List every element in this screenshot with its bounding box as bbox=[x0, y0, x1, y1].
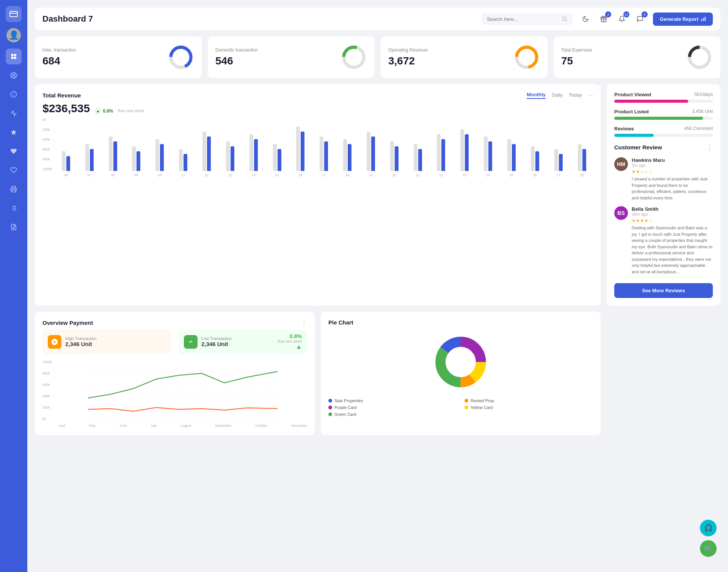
stat-card-operating-revenue: Operating Revenue 3,672 bbox=[381, 36, 548, 78]
line-chart-svg bbox=[58, 360, 307, 421]
bar-group-2 bbox=[102, 136, 124, 171]
x-label-6: 12 bbox=[196, 173, 218, 177]
messages-button[interactable]: 5 bbox=[633, 12, 647, 26]
bar-blue-22 bbox=[582, 149, 586, 171]
donut-chart-3 bbox=[686, 44, 713, 71]
pie-chart-wrap bbox=[328, 332, 593, 392]
sidebar-item-analytics[interactable] bbox=[6, 105, 22, 121]
x-axis-labels: 0607080910111213141516171819202122232425… bbox=[55, 173, 593, 177]
legend-rented-prop: Rented Prop bbox=[464, 398, 593, 403]
bar-gray-7 bbox=[226, 141, 230, 171]
svg-rect-4 bbox=[11, 57, 13, 59]
bar-chart-container: 1000k 800k 600k 400k 200k 0k 06070809101… bbox=[42, 118, 593, 177]
x-label-1: 07 bbox=[78, 173, 100, 177]
bar-blue-15 bbox=[418, 149, 422, 171]
x-label-15: 21 bbox=[406, 173, 429, 177]
bar-group-22 bbox=[571, 144, 593, 171]
legend-green-card: Green Card bbox=[328, 412, 457, 417]
revenue-tabs: Monthly Daily Today ··· bbox=[527, 92, 593, 99]
x-label-17: 23 bbox=[453, 173, 476, 177]
bar-group-9 bbox=[266, 144, 288, 171]
avatar[interactable]: 👤 bbox=[6, 28, 21, 42]
x-label-8: 14 bbox=[242, 173, 265, 177]
sidebar-logo[interactable] bbox=[6, 6, 22, 22]
x-label-11: 17 bbox=[313, 173, 335, 177]
bar-group-13 bbox=[360, 132, 382, 171]
review-stars-0: ★★☆☆☆ bbox=[632, 169, 713, 174]
floating-buttons: 🎧 🛒 bbox=[700, 520, 717, 557]
sidebar: 👤 bbox=[0, 0, 27, 572]
sidebar-item-list[interactable] bbox=[6, 200, 22, 216]
high-transaction-icon bbox=[48, 335, 61, 349]
review-more-icon[interactable]: ⋮ bbox=[706, 143, 713, 151]
donut-chart-2 bbox=[513, 44, 540, 71]
pie-chart-card: Pie Chart Sale Properties bbox=[321, 312, 601, 435]
tab-daily[interactable]: Daily bbox=[552, 92, 563, 99]
payment-more-icon[interactable]: ⋮ bbox=[301, 319, 307, 326]
bar-group-18 bbox=[477, 136, 499, 171]
x-label-10: 16 bbox=[289, 173, 312, 177]
bar-gray-16 bbox=[437, 134, 441, 171]
tab-today[interactable]: Today bbox=[569, 92, 582, 99]
pie-legend: Sale Properties Rented Prop Purple Card … bbox=[328, 398, 593, 417]
bar-blue-12 bbox=[348, 144, 351, 171]
legend-purple-card: Purple Card bbox=[328, 405, 457, 410]
sidebar-item-heart2[interactable] bbox=[6, 162, 22, 178]
x-label-7: 13 bbox=[219, 173, 241, 177]
bar-blue-13 bbox=[371, 136, 375, 171]
sidebar-item-docs[interactable] bbox=[6, 219, 22, 235]
bar-blue-8 bbox=[254, 139, 258, 171]
sidebar-item-favorites[interactable] bbox=[6, 124, 22, 140]
progress-bar-1 bbox=[614, 117, 713, 120]
gift-button[interactable]: 2 bbox=[597, 12, 610, 26]
notifications-button[interactable]: 12 bbox=[615, 12, 629, 26]
bar-group-5 bbox=[172, 149, 195, 171]
bar-group-14 bbox=[383, 141, 405, 171]
x-label-16: 22 bbox=[430, 173, 452, 177]
revenue-more-icon[interactable]: ··· bbox=[588, 92, 593, 99]
sidebar-item-print[interactable] bbox=[6, 181, 22, 197]
x-label-20: 26 bbox=[524, 173, 546, 177]
x-label-13: 19 bbox=[360, 173, 382, 177]
sidebar-item-dashboard[interactable] bbox=[6, 49, 22, 64]
donut-chart-0 bbox=[168, 44, 194, 71]
support-float-button[interactable]: 🎧 bbox=[700, 520, 717, 536]
main-content: Dashboard 7 bbox=[27, 0, 728, 572]
low-transaction-stat: Low Transaction 2,346 Unit 0.8% than las… bbox=[179, 329, 307, 354]
bar-blue-16 bbox=[441, 139, 445, 171]
bar-gray-14 bbox=[390, 141, 394, 171]
svg-rect-25 bbox=[703, 18, 704, 21]
svg-line-21 bbox=[566, 20, 567, 21]
bar-group-20 bbox=[524, 146, 546, 171]
header: Dashboard 7 bbox=[35, 8, 720, 30]
bell-badge: 12 bbox=[623, 11, 629, 17]
stat-row-product-viewed: Product Viewed 561/days bbox=[614, 92, 713, 103]
sidebar-item-info[interactable] bbox=[6, 86, 22, 102]
svg-rect-24 bbox=[705, 17, 706, 21]
stat-row-product-listed: Product Listed 3,456 Unit bbox=[614, 109, 713, 120]
bar-blue-3 bbox=[136, 151, 140, 171]
bar-blue-11 bbox=[324, 141, 328, 171]
bar-gray-0 bbox=[62, 151, 66, 171]
bar-group-19 bbox=[500, 139, 523, 171]
stat-label-1: Domestic transaction bbox=[215, 47, 258, 53]
dark-mode-button[interactable] bbox=[579, 12, 592, 26]
cart-float-button[interactable]: 🛒 bbox=[700, 540, 717, 557]
bar-group-10 bbox=[289, 127, 312, 171]
search-input[interactable] bbox=[487, 16, 559, 22]
stat-label-3: Total Expenses bbox=[561, 47, 592, 53]
legend-sale-properties: Sale Properties bbox=[328, 398, 457, 403]
bar-blue-18 bbox=[488, 141, 492, 171]
see-more-reviews-button[interactable]: See More Reviews bbox=[614, 283, 713, 298]
generate-report-button[interactable]: Generate Report bbox=[653, 13, 713, 26]
tab-monthly[interactable]: Monthly bbox=[527, 92, 546, 99]
sidebar-item-heart[interactable] bbox=[6, 143, 22, 159]
bottom-row: Overview Payment ⋮ High Transaction 2,34… bbox=[35, 312, 720, 435]
sidebar-item-settings[interactable] bbox=[6, 67, 22, 83]
stat-card-domestic-transaction: Domestic transaction 546 bbox=[208, 36, 375, 78]
svg-rect-0 bbox=[10, 11, 17, 17]
gift-badge: 2 bbox=[605, 11, 611, 17]
up-arrow-icon: ▲ bbox=[94, 108, 101, 114]
bar-gray-22 bbox=[578, 144, 582, 171]
bar-blue-9 bbox=[278, 149, 281, 171]
